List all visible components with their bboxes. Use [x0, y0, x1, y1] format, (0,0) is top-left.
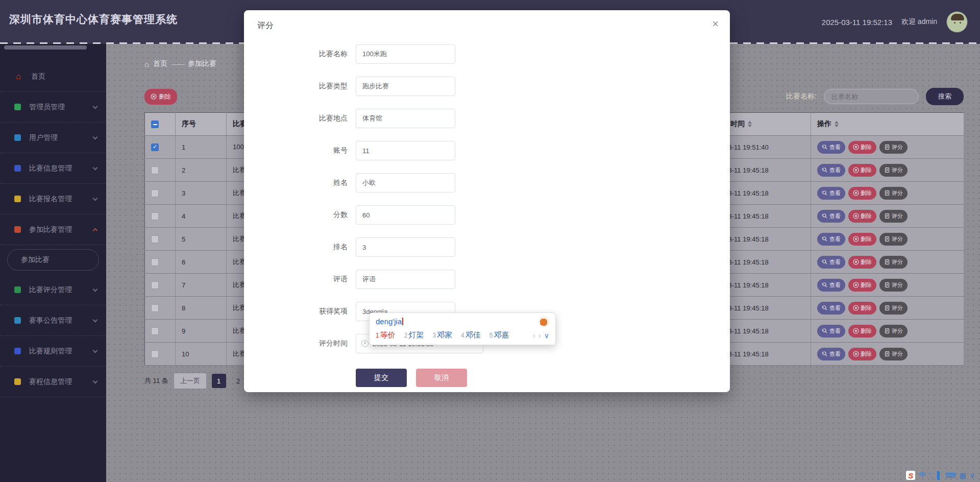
row-index-cell: 5 [176, 228, 227, 251]
view-button[interactable]: 查看 [817, 210, 845, 223]
view-button[interactable]: 查看 [817, 325, 845, 338]
view-button[interactable]: 查看 [817, 187, 845, 200]
ime-candidate-3[interactable]: 3邓家 [432, 330, 452, 340]
delete-button[interactable]: 删除 [848, 164, 876, 177]
close-icon[interactable]: × [712, 18, 719, 30]
prev-page-button[interactable]: 上一页 [174, 373, 207, 389]
field-input[interactable] [356, 237, 455, 257]
ime-candidate-4[interactable]: 4邓佳 [461, 330, 481, 340]
score-button[interactable]: 评分 [879, 233, 908, 246]
submit-button[interactable]: 提交 [356, 369, 407, 387]
view-label: 查看 [829, 281, 841, 289]
sidebar-item-match-info-manage[interactable]: 比赛信息管理 [0, 153, 106, 184]
soft-keyboard-icon[interactable]: ⌨ [945, 471, 955, 479]
delete-button[interactable]: 删除 [848, 348, 876, 360]
view-icon [822, 282, 828, 288]
view-button[interactable]: 查看 [817, 141, 845, 154]
ime-prev-page-icon[interactable]: ‹ [533, 331, 535, 340]
delete-button[interactable]: 删除 [848, 279, 876, 292]
sidebar-item-user-manage[interactable]: 用户管理 [0, 123, 106, 153]
page-number-1[interactable]: 1 [212, 374, 226, 388]
field-input[interactable] [356, 270, 455, 289]
row-checkbox[interactable] [151, 166, 159, 174]
field-input[interactable] [356, 109, 455, 128]
score-button[interactable]: 评分 [879, 302, 908, 315]
sidebar-item-home[interactable]: ⌂首页 [0, 61, 106, 92]
sidebar-item-participate-manage[interactable]: 参加比赛管理 [0, 214, 106, 245]
sort-icon[interactable] [748, 121, 752, 127]
ime-candidate-2[interactable]: 2灯架 [404, 330, 424, 340]
delete-button[interactable]: 删除 [848, 141, 876, 154]
row-index-cell: 10 [176, 343, 227, 366]
select-all-checkbox[interactable] [151, 120, 159, 128]
score-button[interactable]: 评分 [879, 256, 908, 269]
field-input[interactable] [356, 173, 455, 192]
view-button[interactable]: 查看 [817, 164, 845, 177]
delete-button[interactable]: 删除 [848, 302, 876, 315]
row-checkbox[interactable] [151, 281, 159, 289]
view-button[interactable]: 查看 [817, 302, 845, 315]
sogou-logo-icon[interactable]: S [906, 471, 915, 480]
sidebar-item-match-signup-manage[interactable]: 比赛报名管理 [0, 184, 106, 214]
ime-candidate-5[interactable]: 5邓嘉 [489, 330, 509, 340]
header-action[interactable]: 操作 [811, 113, 964, 136]
collapse-icon[interactable]: ∨ [970, 471, 975, 479]
ime-expand-icon[interactable]: ∨ [544, 331, 549, 340]
row-checkbox[interactable] [151, 327, 159, 335]
row-checkbox[interactable] [151, 189, 159, 197]
page-number-2[interactable]: 2 [231, 374, 246, 388]
view-button[interactable]: 查看 [817, 256, 845, 269]
delete-button[interactable]: 删除 [848, 233, 876, 246]
sort-icon[interactable] [835, 121, 839, 127]
cancel-button[interactable]: 取消 [416, 369, 467, 387]
row-checkbox-cell [145, 136, 176, 159]
view-button[interactable]: 查看 [817, 348, 845, 360]
punctuation-icon[interactable]: ’, [929, 471, 933, 479]
sidebar-item-match-score-manage[interactable]: 比赛评分管理 [0, 275, 106, 305]
score-button[interactable]: 评分 [879, 141, 908, 154]
score-button[interactable]: 评分 [879, 210, 908, 223]
view-button[interactable]: 查看 [817, 233, 845, 246]
delete-button[interactable]: 删除 [848, 256, 876, 269]
row-checkbox[interactable] [151, 304, 159, 312]
sidebar-scrollbar[interactable] [4, 45, 87, 50]
sidebar-item-match-rules-manage[interactable]: 比赛规则管理 [0, 336, 106, 367]
search-button[interactable]: 搜索 [926, 88, 964, 105]
score-button[interactable]: 评分 [879, 187, 908, 200]
ime-next-page-icon[interactable]: › [538, 331, 541, 340]
breadcrumb-home[interactable]: 首页 [153, 59, 167, 68]
score-icon [884, 190, 890, 196]
delete-button[interactable]: 删除 [848, 210, 876, 223]
sogou-ime-icon[interactable] [539, 317, 549, 327]
field-input[interactable] [356, 205, 455, 225]
field-input[interactable] [356, 77, 455, 96]
chinese-mode-icon[interactable]: 中 [919, 471, 926, 480]
batch-delete-button[interactable]: 删除 [144, 89, 177, 105]
delete-button[interactable]: 删除 [848, 325, 876, 338]
field-input[interactable] [356, 44, 455, 64]
score-button[interactable]: 评分 [879, 325, 908, 338]
row-checkbox-cell [145, 205, 176, 228]
view-icon [822, 351, 828, 357]
toolbox-icon[interactable]: ▦ [960, 471, 966, 479]
view-button[interactable]: 查看 [817, 279, 845, 292]
ime-candidate-1[interactable]: 1等价 [376, 330, 396, 340]
row-checkbox[interactable] [151, 235, 159, 243]
sidebar-item-schedule-info-manage[interactable]: 赛程信息管理 [0, 367, 106, 397]
field-label: 获得奖项 [244, 307, 348, 316]
field-input[interactable] [356, 141, 455, 160]
row-checkbox[interactable] [151, 258, 159, 266]
sidebar-item-announcement-manage[interactable]: 赛事公告管理 [0, 305, 106, 336]
user-avatar[interactable] [946, 11, 968, 33]
search-input[interactable] [824, 89, 919, 104]
row-checkbox[interactable] [151, 350, 159, 358]
score-button[interactable]: 评分 [879, 279, 908, 292]
voice-input-icon[interactable]: ▌ [937, 471, 942, 479]
delete-button[interactable]: 删除 [848, 187, 876, 200]
row-checkbox[interactable] [151, 212, 159, 220]
score-button[interactable]: 评分 [879, 348, 908, 360]
sidebar-item-admin-manage[interactable]: 管理员管理 [0, 92, 106, 123]
sidebar-subitem-participate[interactable]: 参加比赛 [7, 249, 99, 271]
row-checkbox[interactable] [151, 143, 159, 151]
score-button[interactable]: 评分 [879, 164, 908, 177]
